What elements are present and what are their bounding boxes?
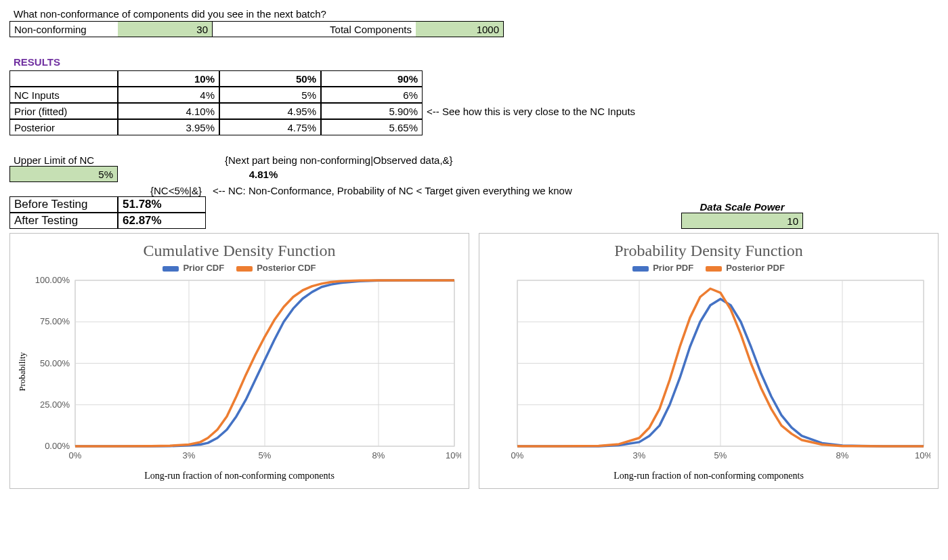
- upper-limit-value[interactable]: 5%: [9, 166, 118, 182]
- total-value[interactable]: 1000: [416, 21, 504, 37]
- pdf-plot: 0%3%5%8%10%: [497, 277, 930, 467]
- nc-value[interactable]: 30: [118, 21, 213, 37]
- chart-legend: Prior CDF Posterior CDF: [17, 263, 462, 273]
- total-label: Total Components: [213, 21, 416, 37]
- svg-text:0.00%: 0.00%: [45, 441, 70, 451]
- svg-text:3%: 3%: [633, 450, 646, 460]
- svg-text:75.00%: 75.00%: [40, 316, 70, 326]
- svg-text:25.00%: 25.00%: [40, 400, 70, 410]
- results-header: RESULTS: [9, 56, 939, 68]
- svg-text:100.00%: 100.00%: [35, 277, 70, 285]
- inputs-row: Non-conforming 30 Total Components 1000: [9, 21, 939, 37]
- pdf-chart: Probability Density Function Prior PDF P…: [479, 233, 939, 489]
- data-scale-label: Data Scale Power: [681, 201, 803, 213]
- cdf-chart: Cumulative Density Function Prior CDF Po…: [9, 233, 469, 489]
- svg-text:0%: 0%: [69, 450, 82, 460]
- next-part-label: {Next part being non-conforming|Observed…: [213, 154, 453, 166]
- results-table: 10% 50% 90% NC Inputs 4% 5% 6% Prior (fi…: [9, 70, 939, 135]
- svg-text:10%: 10%: [915, 450, 930, 460]
- col-90: 90%: [321, 70, 423, 87]
- cdf-plot: 0%3%5%8%10%0.00%25.00%50.00%75.00%100.00…: [28, 277, 461, 467]
- svg-text:10%: 10%: [446, 450, 461, 460]
- results-note: <-- See how this is very close to the NC…: [423, 106, 635, 117]
- svg-text:3%: 3%: [183, 450, 196, 460]
- col-50: 50%: [219, 70, 321, 87]
- question-row: What non-conformance of components did y…: [9, 7, 939, 21]
- table-row: Prior (fitted) 4.10% 4.95% 5.90% <-- See…: [9, 103, 939, 119]
- chart-title: Probability Density Function: [486, 242, 931, 260]
- svg-text:50.00%: 50.00%: [40, 358, 70, 368]
- upper-limit-row: Upper Limit of NC {Next part being non-c…: [9, 154, 939, 166]
- nc-cond-note: <-- NC: Non-Conformance, Probability of …: [206, 185, 572, 196]
- data-scale-block: Data Scale Power 10: [681, 201, 803, 229]
- col-10: 10%: [118, 70, 219, 87]
- svg-text:5%: 5%: [259, 450, 272, 460]
- svg-text:8%: 8%: [372, 450, 385, 460]
- upper-limit-label: Upper Limit of NC: [9, 154, 213, 166]
- table-row: NC Inputs 4% 5% 6%: [9, 87, 939, 103]
- nc-cond-table: Before Testing 51.78% After Testing 62.8…: [9, 196, 206, 229]
- question-text: What non-conformance of components did y…: [9, 7, 330, 21]
- svg-text:8%: 8%: [836, 450, 849, 460]
- nc-cond-header: {NC<5%|&}: [118, 185, 206, 196]
- svg-text:5%: 5%: [714, 450, 727, 460]
- next-part-value: 4.81%: [213, 169, 314, 180]
- data-scale-value[interactable]: 10: [681, 213, 803, 229]
- nc-label: Non-conforming: [9, 21, 118, 37]
- chart-legend: Prior PDF Posterior PDF: [486, 263, 931, 273]
- svg-text:0%: 0%: [511, 450, 524, 460]
- table-row: Posterior 3.95% 4.75% 5.65%: [9, 119, 939, 135]
- chart-title: Cumulative Density Function: [17, 242, 462, 260]
